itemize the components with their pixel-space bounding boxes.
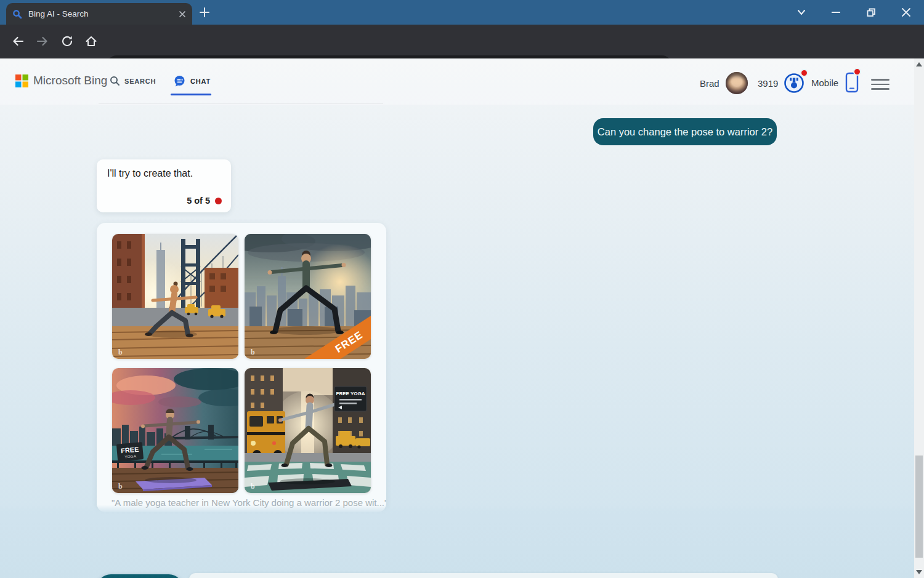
search-icon — [110, 76, 120, 86]
bing-watermark: b — [118, 482, 123, 491]
user-message-bubble: Can you change the pose to warrior 2? — [593, 118, 777, 145]
scrollbar-up-arrow[interactable] — [916, 62, 922, 66]
forward-button[interactable] — [32, 31, 53, 52]
generated-image-1[interactable]: b — [112, 234, 238, 359]
browser-window: Bing AI - Search — [0, 0, 924, 578]
bing-logo[interactable]: Microsoft Bing — [15, 74, 107, 87]
brand-text: Microsoft Bing — [33, 74, 107, 87]
rewards-chip[interactable]: 3919 — [758, 72, 805, 94]
tab-title: Bing AI - Search — [28, 9, 179, 18]
user-name: Brad — [700, 78, 719, 89]
search-tab-label: SEARCH — [124, 78, 156, 85]
mobile-notification-dot — [853, 68, 861, 76]
browser-titlebar: Bing AI - Search — [0, 0, 924, 25]
bot-message-card: I'll try to create that. 5 of 5 — [97, 159, 231, 212]
header-divider — [99, 103, 383, 104]
generated-image-4[interactable]: FREE YOGA b — [245, 368, 371, 493]
bing-watermark: b — [251, 348, 255, 356]
tab-search[interactable]: SEARCH — [110, 76, 156, 86]
new-topic-button[interactable]: New topic — [97, 574, 183, 578]
window-close-button[interactable] — [901, 7, 912, 18]
back-button[interactable] — [7, 31, 28, 52]
generated-image-3[interactable]: FREE YOGA b — [112, 368, 238, 493]
bot-message-text: I'll try to create that. — [107, 168, 193, 179]
free-yoga-sign-line1: FREE — [121, 446, 139, 455]
chat-tab-label: CHAT — [190, 78, 211, 85]
scrollbar-thumb[interactable] — [915, 456, 923, 558]
account-chip[interactable]: Brad — [700, 72, 748, 94]
tab-search-chevron-icon[interactable] — [796, 8, 807, 17]
bing-watermark: b — [118, 348, 123, 356]
chat-bubble-icon — [174, 75, 185, 87]
home-button[interactable] — [81, 31, 102, 52]
window-minimize-button[interactable] — [830, 11, 841, 14]
chat-tab-underline — [171, 94, 211, 95]
bing-watermark: b — [251, 482, 255, 491]
tab-close-icon[interactable] — [179, 10, 186, 18]
browser-toolbar: bing.com/search?q=Bing+AI&showconv=1&FOR… — [0, 25, 924, 58]
pagination-dot — [215, 198, 222, 204]
browser-tab[interactable]: Bing AI - Search — [6, 3, 192, 25]
microsoft-logo-icon — [15, 74, 28, 87]
tab-chat[interactable]: CHAT — [174, 75, 211, 87]
street-sign-label: FREE YOGA — [336, 391, 365, 396]
user-avatar — [726, 72, 748, 94]
rewards-points: 3919 — [758, 78, 778, 89]
generated-image-2[interactable]: FREE b — [245, 234, 371, 359]
user-message-text: Can you change the pose to warrior 2? — [598, 126, 772, 138]
mobile-chip[interactable]: Mobile — [811, 72, 860, 93]
hamburger-menu[interactable] — [871, 76, 890, 93]
composer-area: New topic 0/4000 — [0, 505, 924, 578]
chat-input-box[interactable]: 0/4000 — [189, 573, 778, 578]
window-restore-button[interactable] — [865, 7, 877, 18]
new-tab-button[interactable] — [198, 6, 211, 18]
bing-favicon-icon — [12, 9, 22, 19]
rewards-notification-dot — [800, 69, 808, 77]
reload-button[interactable] — [57, 31, 78, 52]
mobile-label: Mobile — [811, 78, 838, 88]
pagination-label: 5 of 5 — [187, 196, 210, 206]
scrollbar-down-arrow[interactable] — [916, 570, 922, 574]
bing-page: Microsoft Bing SEARCH CHAT Brad 3919 Mob… — [0, 58, 924, 578]
